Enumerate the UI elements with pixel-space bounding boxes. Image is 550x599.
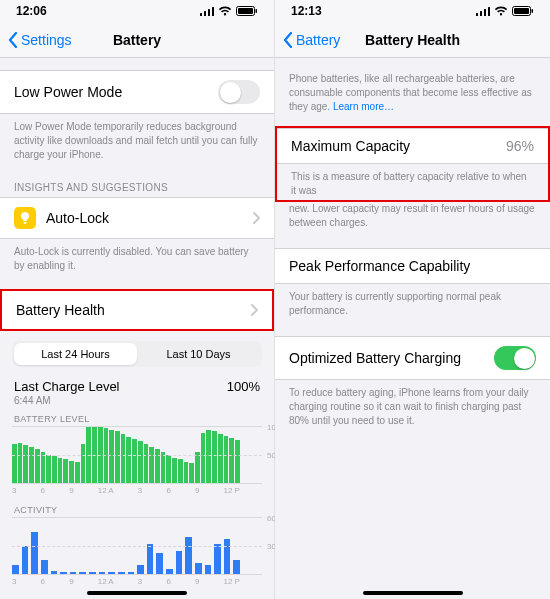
maximum-capacity-value: 96% xyxy=(506,138,534,154)
last-charge-value: 100% xyxy=(227,379,260,394)
lightbulb-icon xyxy=(14,207,36,229)
optimized-charging-footer: To reduce battery aging, iPhone learns f… xyxy=(275,380,550,436)
peak-performance-label: Peak Performance Capability xyxy=(289,258,536,274)
chevron-right-icon xyxy=(250,304,258,316)
maximum-capacity-footer-top: This is a measure of battery capacity re… xyxy=(277,164,548,200)
activity-label: ACTIVITY xyxy=(12,497,262,517)
back-button[interactable]: Settings xyxy=(8,32,72,48)
battery-health-intro: Phone batteries, like all rechargeable b… xyxy=(275,58,550,122)
svg-rect-3 xyxy=(212,7,214,16)
status-bar: 12:06 xyxy=(0,0,274,22)
svg-rect-6 xyxy=(256,9,258,13)
screen-battery: 12:06 Settings Battery Low Power Mode Lo… xyxy=(0,0,275,599)
auto-lock-label: Auto-Lock xyxy=(46,210,109,226)
nav-bar: Battery Battery Health xyxy=(275,22,550,58)
time-range-segmented[interactable]: Last 24 Hours Last 10 Days xyxy=(12,341,262,367)
battery-chart-xaxis: 36912 A36912 P xyxy=(12,484,262,497)
back-label: Settings xyxy=(21,32,72,48)
nav-bar: Settings Battery xyxy=(0,22,274,58)
low-power-mode-footer: Low Power Mode temporarily reduces backg… xyxy=(0,114,274,170)
maximum-capacity-label: Maximum Capacity xyxy=(291,138,506,154)
back-label: Battery xyxy=(296,32,340,48)
svg-rect-8 xyxy=(480,11,482,16)
insights-header: INSIGHTS AND SUGGESTIONS xyxy=(0,170,274,197)
seg-last-24-hours[interactable]: Last 24 Hours xyxy=(14,343,137,365)
peak-performance-footer: Your battery is currently supporting nor… xyxy=(275,284,550,326)
svg-rect-12 xyxy=(514,8,529,14)
optimized-charging-row[interactable]: Optimized Battery Charging xyxy=(275,336,550,380)
svg-rect-1 xyxy=(204,11,206,16)
status-indicators xyxy=(200,6,258,16)
low-power-mode-toggle[interactable] xyxy=(218,80,260,104)
battery-level-label: BATTERY LEVEL xyxy=(12,406,262,426)
last-charge-time: 6:44 AM xyxy=(14,395,120,406)
status-clock: 12:13 xyxy=(291,4,322,18)
activity-chart-xaxis: 36912 A36912 P xyxy=(12,575,262,588)
wifi-icon xyxy=(218,6,232,16)
battery-health-label: Battery Health xyxy=(16,302,250,318)
status-bar: 12:13 xyxy=(275,0,550,22)
svg-rect-13 xyxy=(532,9,534,13)
svg-rect-9 xyxy=(484,9,486,16)
optimized-charging-label: Optimized Battery Charging xyxy=(289,350,494,366)
status-indicators xyxy=(476,6,534,16)
status-clock: 12:06 xyxy=(16,4,47,18)
last-charge-title: Last Charge Level xyxy=(14,379,120,394)
screen-battery-health: 12:13 Battery Battery Health Phone batte… xyxy=(275,0,550,599)
svg-rect-10 xyxy=(488,7,490,16)
svg-rect-7 xyxy=(476,13,478,16)
auto-lock-row[interactable]: Auto-Lock xyxy=(0,197,274,239)
home-indicator[interactable] xyxy=(363,591,463,595)
cellular-signal-icon xyxy=(200,6,214,16)
wifi-icon xyxy=(494,6,508,16)
activity-chart: 60m 30m xyxy=(12,517,262,575)
low-power-mode-row[interactable]: Low Power Mode xyxy=(0,70,274,114)
seg-last-10-days[interactable]: Last 10 Days xyxy=(137,343,260,365)
battery-level-chart: 100% 50% xyxy=(12,426,262,484)
svg-rect-5 xyxy=(238,8,253,14)
battery-icon xyxy=(236,6,258,16)
back-button[interactable]: Battery xyxy=(283,32,340,48)
battery-health-row[interactable]: Battery Health xyxy=(0,289,274,331)
auto-lock-footer: Auto-Lock is currently disabled. You can… xyxy=(0,239,274,281)
maximum-capacity-footer-rest: new. Lower capacity may result in fewer … xyxy=(275,202,550,238)
cellular-signal-icon xyxy=(476,6,490,16)
chevron-right-icon xyxy=(252,212,260,224)
chevron-left-icon xyxy=(283,32,293,48)
svg-rect-2 xyxy=(208,9,210,16)
low-power-mode-label: Low Power Mode xyxy=(14,84,218,100)
svg-rect-0 xyxy=(200,13,202,16)
maximum-capacity-row: Maximum Capacity 96% xyxy=(277,128,548,164)
optimized-charging-toggle[interactable] xyxy=(494,346,536,370)
learn-more-link[interactable]: Learn more… xyxy=(333,101,394,112)
chevron-left-icon xyxy=(8,32,18,48)
peak-performance-row: Peak Performance Capability xyxy=(275,248,550,284)
home-indicator[interactable] xyxy=(87,591,187,595)
battery-icon xyxy=(512,6,534,16)
